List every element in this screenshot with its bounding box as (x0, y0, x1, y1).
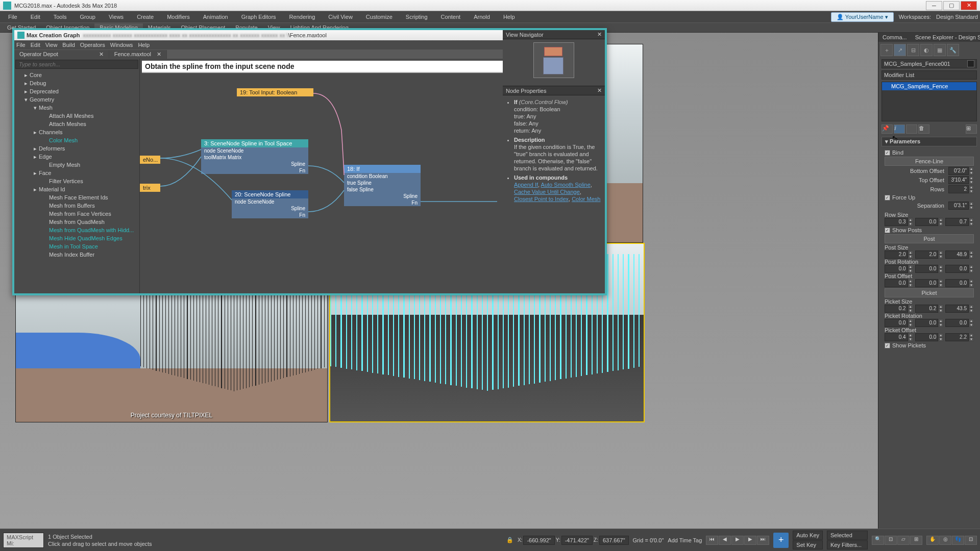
showpickets-checkbox[interactable]: ✓ (885, 343, 890, 348)
mcg-menu-build[interactable]: Build (62, 42, 75, 48)
spinner[interactable]: 0.2▲▼ (885, 305, 913, 313)
make-unique-icon[interactable] (906, 124, 917, 134)
spinner[interactable]: 0.0▲▼ (885, 319, 913, 327)
spinner[interactable]: 2.0▲▼ (915, 251, 944, 259)
utilities-icon[interactable]: 🔧 (947, 44, 959, 56)
remove-mod-icon[interactable]: 🗑 (918, 124, 929, 134)
object-color-swatch[interactable] (967, 60, 974, 67)
tree-item-mesh[interactable]: ▾Mesh (14, 104, 139, 112)
node-3-scenenode-spline-toolspace[interactable]: 3: SceneNode Spline in Tool Space node S… (201, 139, 308, 174)
setkey-button[interactable]: Set Key (793, 540, 823, 549)
post-button[interactable]: Post (885, 234, 974, 243)
mcg-menu-file[interactable]: File (16, 42, 26, 48)
menu-content[interactable]: Content (435, 12, 467, 21)
menu-help[interactable]: Help (497, 12, 521, 21)
picksize-spinners[interactable]: 0.2▲▼0.2▲▼43.5▲▼ (885, 305, 974, 313)
pan-icon[interactable]: ✋ (926, 536, 939, 545)
spinner[interactable]: 0.0▲▼ (945, 279, 974, 287)
tree-item-empty-mesh[interactable]: Empty Mesh (14, 161, 139, 169)
operator-tree[interactable]: ▸Core▸Debug▸Deprecated▾Geometry▾MeshAtta… (14, 70, 139, 293)
forceup-checkbox[interactable]: ✓ (885, 195, 890, 201)
compound-link[interactable]: Append If (514, 182, 538, 188)
tab-fence-maxtool[interactable]: Fence.maxtool ✕ (109, 50, 167, 59)
tree-item-material-id[interactable]: ▸Material Id (14, 185, 139, 193)
close-icon[interactable]: ✕ (597, 87, 602, 94)
picket-button[interactable]: Picket (885, 288, 974, 297)
menu-tools[interactable]: Tools (47, 12, 73, 21)
modifier-list-dropdown[interactable]: Modifier List (881, 70, 977, 80)
tree-item-color-mesh[interactable]: Color Mesh (14, 136, 139, 144)
goto-end-icon[interactable]: ⏭ (757, 536, 769, 545)
postrot-spinners[interactable]: 0.0▲▼0.0▲▼0.0▲▼ (885, 265, 974, 273)
spinner[interactable]: 0.0▲▼ (885, 265, 913, 273)
key-filters-button[interactable]: Key Filters... (827, 540, 868, 549)
bind-target-button[interactable]: Fence-Line (885, 157, 974, 166)
zoom-icon[interactable]: 🔍 (872, 536, 884, 545)
mcg-menu-operators[interactable]: Operators (80, 42, 105, 48)
autokey-button[interactable]: Auto Key (793, 531, 823, 540)
menu-graph-editors[interactable]: Graph Editors (235, 12, 282, 21)
bottom-offset-spinner[interactable]: 0'2.0"▲▼ (948, 167, 974, 175)
mcg-menu-edit[interactable]: Edit (31, 42, 40, 48)
spinner[interactable]: 0.0▲▼ (915, 279, 944, 287)
tree-item-mesh-hide-quadmesh-edges[interactable]: Mesh Hide QuadMesh Edges (14, 234, 139, 242)
menu-file[interactable]: File (2, 12, 23, 21)
tree-item-face[interactable]: ▸Face (14, 169, 139, 177)
spinner[interactable]: 0.7▲▼ (945, 218, 974, 226)
maxscript-listener[interactable]: MAXScript Mi: (3, 533, 44, 548)
tree-item-deprecated[interactable]: ▸Deprecated (14, 87, 139, 95)
spinner[interactable]: 2.0▲▼ (885, 251, 913, 259)
node-20-scenenode-spline[interactable]: 20: SceneNode Spline node SceneNode Spli… (232, 190, 308, 218)
rowsize-spinners[interactable]: 0.3▲▼0.0▲▼0.7▲▼ (885, 218, 974, 226)
hierarchy-icon[interactable]: ⊟ (907, 44, 919, 56)
spinner[interactable]: 43.5▲▼ (945, 305, 974, 313)
prev-frame-icon[interactable]: ◀ (719, 536, 731, 545)
close-button[interactable]: ✕ (961, 1, 977, 10)
user-chip[interactable]: 👤 YourUserName ▾ (831, 12, 894, 22)
menu-edit[interactable]: Edit (24, 12, 46, 21)
display-icon[interactable]: ▦ (934, 44, 946, 56)
tab-scene-explorer[interactable]: Scene Explorer - Design S... (911, 33, 980, 41)
orbit-icon[interactable]: ◎ (939, 536, 951, 545)
tree-item-mesh-from-face-vertices[interactable]: Mesh from Face Vertices (14, 210, 139, 218)
pickoff-spinners[interactable]: 0.4▲▼0.0▲▼2.2▲▼ (885, 333, 974, 341)
fov-icon[interactable]: ▱ (897, 536, 910, 545)
node-fragment-eno[interactable]: eNo... (140, 156, 160, 164)
showposts-checkbox[interactable]: ✓ (885, 228, 890, 233)
tree-item-filter-vertices[interactable]: Filter Vertices (14, 177, 139, 185)
tab-operator-depot[interactable]: Operator Depot ✕ (14, 50, 109, 59)
menu-group[interactable]: Group (74, 12, 102, 21)
tree-item-deformers[interactable]: ▸Deformers (14, 144, 139, 153)
compound-link[interactable]: Color Mesh (572, 196, 600, 202)
motion-icon[interactable]: ◐ (920, 44, 933, 56)
spinner[interactable]: 0.0▲▼ (945, 265, 974, 273)
object-name-field[interactable]: MCG_Samples_Fence001 (881, 59, 977, 68)
menu-rendering[interactable]: Rendering (283, 12, 322, 21)
spinner[interactable]: 0.0▲▼ (885, 279, 913, 287)
play-icon[interactable]: ▶ (731, 536, 744, 545)
create-icon[interactable]: ＋ (880, 44, 893, 56)
tree-item-debug[interactable]: ▸Debug (14, 79, 139, 87)
spinner[interactable]: 0.3▲▼ (885, 218, 913, 226)
menu-create[interactable]: Create (131, 12, 160, 21)
tree-item-channels[interactable]: ▸Channels (14, 128, 139, 136)
node-19-tool-input-boolean[interactable]: 19: Tool Input: Boolean (237, 88, 313, 96)
spinner[interactable]: 0.2▲▼ (915, 305, 944, 313)
modifier-stack[interactable]: MCG_Samples_Fence ↖ (881, 82, 977, 121)
zoom-ext-icon[interactable]: ⊞ (910, 536, 922, 545)
node-18-if[interactable]: 18: If condition Boolean true Spline fal… (344, 165, 421, 206)
xyz-readout[interactable]: X: -660.992" Y: -471.422" Z: 637.667" (518, 536, 629, 545)
tree-item-mesh-face-element-ids[interactable]: Mesh Face Element Ids (14, 193, 139, 202)
show-end-icon[interactable]: ⅈ (894, 124, 905, 134)
configure-icon[interactable]: ⊞ (966, 124, 977, 134)
spinner[interactable]: 2.2▲▼ (945, 333, 974, 341)
pickrot-spinners[interactable]: 0.0▲▼0.0▲▼0.0▲▼ (885, 319, 974, 327)
menu-arnold[interactable]: Arnold (468, 12, 496, 21)
compound-link[interactable]: Closest Point to Index (514, 196, 569, 202)
spinner[interactable]: 0.4▲▼ (885, 333, 913, 341)
bind-checkbox[interactable]: ✓ (885, 150, 890, 156)
pin-stack-icon[interactable]: 📌 (881, 124, 893, 134)
tree-item-geometry[interactable]: ▾Geometry (14, 95, 139, 104)
key-mode-dropdown[interactable]: Selected (827, 531, 868, 540)
mcg-menu-windows[interactable]: Windows (110, 42, 133, 48)
